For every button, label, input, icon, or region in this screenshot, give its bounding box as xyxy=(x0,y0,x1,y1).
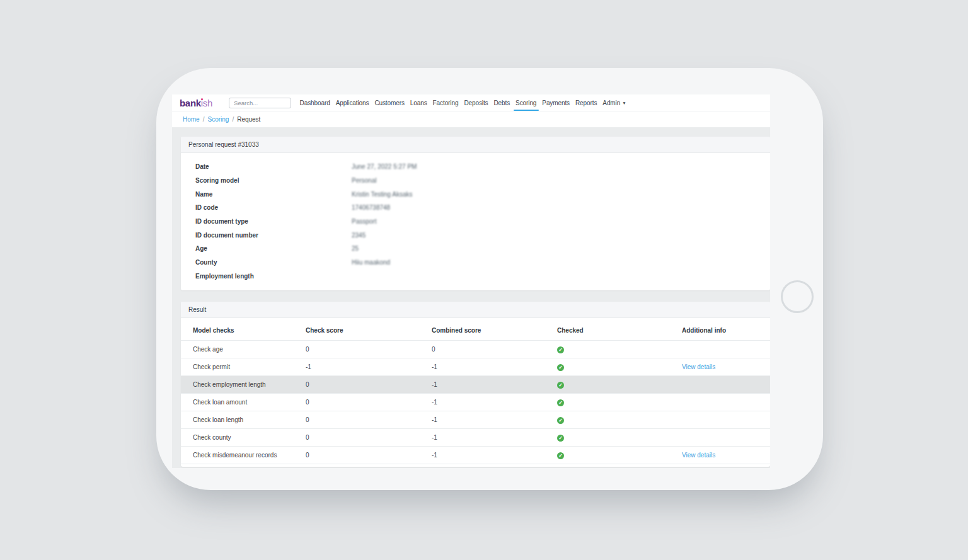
checked-cell: ✓ xyxy=(557,429,682,447)
field-value: 25 xyxy=(352,245,359,252)
nav-item-scoring[interactable]: Scoring xyxy=(513,94,539,111)
checked-cell: ✓ xyxy=(557,411,682,429)
check-circle-icon: ✓ xyxy=(557,452,564,459)
app-logo[interactable]: bankish xyxy=(180,98,212,108)
additional-info-cell xyxy=(682,394,770,411)
breadcrumb-separator: / xyxy=(232,116,234,123)
nav-item-reports[interactable]: Reports xyxy=(573,94,600,111)
nav-item-admin[interactable]: Admin▼ xyxy=(600,94,629,111)
nav-item-applications[interactable]: Applications xyxy=(333,94,372,111)
field-row-date: DateJune 27, 2022 5:27 PM xyxy=(181,160,770,174)
app-screen: bankish DashboardApplicationsCustomersLo… xyxy=(172,94,770,468)
nav-item-loans[interactable]: Loans xyxy=(407,94,430,111)
field-value: Kristin Testing Aksaks xyxy=(352,191,413,198)
field-label: Age xyxy=(195,245,352,252)
model-check-name: Check permit xyxy=(181,358,306,376)
logo-letter-i: i xyxy=(201,98,203,108)
field-value: Passport xyxy=(352,218,376,225)
additional-info-cell: View details xyxy=(682,447,770,464)
chevron-down-icon: ▼ xyxy=(622,101,626,105)
model-checks-table: Model checksCheck scoreCombined scoreChe… xyxy=(181,318,770,464)
table-row-check-employment-length: Check employment length0-1✓ xyxy=(181,376,770,394)
field-row-name: NameKristin Testing Aksaks xyxy=(181,187,770,201)
model-check-name: Check county xyxy=(181,429,306,447)
additional-info-cell: View details xyxy=(682,358,770,376)
checked-cell: ✓ xyxy=(557,447,682,464)
breadcrumb-scoring[interactable]: Scoring xyxy=(207,116,229,123)
field-value: 17406738748 xyxy=(352,204,390,211)
table-row-check-loan-length: Check loan length0-1✓ xyxy=(181,411,770,429)
nav-item-debts[interactable]: Debts xyxy=(491,94,513,111)
field-row-id-document-number: ID document number2345 xyxy=(181,228,770,242)
check-score-value: 0 xyxy=(306,447,432,464)
logo-text-bold: bank xyxy=(180,98,201,108)
breadcrumb-separator: / xyxy=(203,116,205,123)
check-score-value: -1 xyxy=(306,358,432,376)
field-row-county: CountyHiiu maakond xyxy=(181,256,770,270)
view-details-link[interactable]: View details xyxy=(682,363,715,370)
field-label: ID document number xyxy=(195,232,352,239)
combined-score-value: -1 xyxy=(432,447,557,464)
table-row-check-age: Check age00✓ xyxy=(181,341,770,358)
field-label: ID code xyxy=(195,204,352,211)
check-circle-icon: ✓ xyxy=(557,399,564,406)
field-row-scoring-model: Scoring modelPersonal xyxy=(181,174,770,188)
checked-cell: ✓ xyxy=(557,394,682,411)
personal-request-card-title: Personal request #31033 xyxy=(181,137,770,153)
table-row-check-permit: Check permit-1-1✓View details xyxy=(181,358,770,376)
top-navbar: bankish DashboardApplicationsCustomersLo… xyxy=(172,94,770,111)
field-label: ID document type xyxy=(195,218,352,225)
check-circle-icon: ✓ xyxy=(557,417,564,424)
model-check-name: Check age xyxy=(181,341,306,358)
combined-score-value: 0 xyxy=(432,341,557,358)
view-details-link[interactable]: View details xyxy=(682,452,715,459)
check-circle-icon: ✓ xyxy=(557,346,564,353)
check-circle-icon: ✓ xyxy=(557,382,564,389)
field-label: County xyxy=(195,259,352,266)
breadcrumb: Home/Scoring/Request xyxy=(172,111,770,128)
result-card-title: Result xyxy=(181,302,770,318)
result-card: Result Model checksCheck scoreCombined s… xyxy=(181,302,770,467)
check-score-value: 0 xyxy=(306,394,432,411)
content-area: Personal request #31033 DateJune 27, 202… xyxy=(172,127,770,468)
nav-item-factoring[interactable]: Factoring xyxy=(430,94,461,111)
main-nav: DashboardApplicationsCustomersLoansFacto… xyxy=(297,94,629,111)
combined-score-value: -1 xyxy=(432,394,557,411)
column-header-checked: Checked xyxy=(557,318,682,341)
additional-info-cell xyxy=(682,411,770,429)
field-label: Date xyxy=(195,163,352,170)
combined-score-value: -1 xyxy=(432,358,557,376)
personal-request-card: Personal request #31033 DateJune 27, 202… xyxy=(181,137,770,290)
additional-info-cell xyxy=(682,429,770,447)
model-check-name: Check misdemeanour records xyxy=(181,447,306,464)
logo-text-light: sh xyxy=(203,98,212,108)
field-label: Name xyxy=(195,191,352,198)
checked-cell: ✓ xyxy=(557,358,682,376)
nav-item-payments[interactable]: Payments xyxy=(539,94,573,111)
checked-cell: ✓ xyxy=(557,341,682,358)
table-row-check-county: Check county0-1✓ xyxy=(181,429,770,447)
field-value: June 27, 2022 5:27 PM xyxy=(352,163,417,170)
check-score-value: 0 xyxy=(306,341,432,358)
nav-item-customers[interactable]: Customers xyxy=(372,94,407,111)
field-value: 2345 xyxy=(352,232,366,239)
column-header-additional-info: Additional info xyxy=(682,318,770,341)
table-header-row: Model checksCheck scoreCombined scoreChe… xyxy=(181,318,770,341)
breadcrumb-home[interactable]: Home xyxy=(183,116,200,123)
field-row-id-document-type: ID document typePassport xyxy=(181,215,770,229)
field-row-age: Age25 xyxy=(181,242,770,256)
nav-item-dashboard[interactable]: Dashboard xyxy=(297,94,333,111)
checked-cell: ✓ xyxy=(557,376,682,394)
model-check-name: Check loan amount xyxy=(181,394,306,411)
table-row-check-loan-amount: Check loan amount0-1✓ xyxy=(181,394,770,411)
additional-info-cell xyxy=(682,341,770,358)
check-circle-icon: ✓ xyxy=(557,435,564,442)
search-input[interactable] xyxy=(229,98,291,108)
column-header-combined-score: Combined score xyxy=(432,318,557,341)
breadcrumb-request: Request xyxy=(237,116,260,123)
tablet-home-button[interactable] xyxy=(781,280,814,313)
field-row-id-code: ID code17406738748 xyxy=(181,201,770,215)
field-value: Personal xyxy=(352,177,376,184)
field-value: Hiiu maakond xyxy=(352,259,390,266)
nav-item-deposits[interactable]: Deposits xyxy=(461,94,491,111)
